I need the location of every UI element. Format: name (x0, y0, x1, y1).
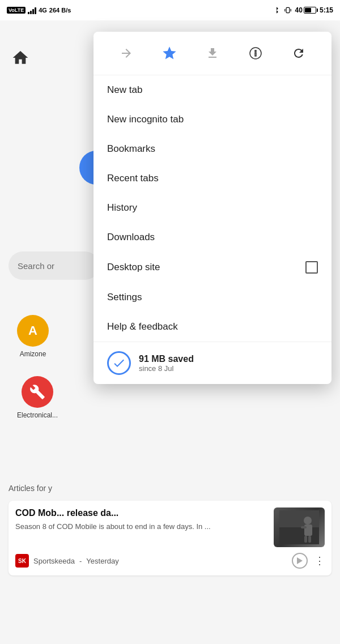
articles-text: Articles for y (8, 484, 52, 493)
download-button[interactable] (200, 41, 225, 66)
home-icon-area (11, 49, 29, 67)
menu-item-checkbox-desktop-site[interactable] (305, 261, 318, 274)
wrench-icon (29, 384, 45, 400)
forward-button[interactable] (114, 41, 139, 66)
electronical-icon (22, 376, 53, 408)
news-text-area: COD Mob... release da... Season 8 of COD… (15, 507, 267, 547)
bookmark-amizone[interactable]: A Amizone (17, 315, 49, 358)
signal-strength: 4G (39, 7, 47, 14)
signal-bar-2 (30, 11, 32, 14)
menu-item-label-downloads: Downloads (107, 232, 318, 243)
news-source: SK Sportskeeda - Yesterday (15, 554, 119, 568)
news-card[interactable]: COD Mob... release da... Season 8 of COD… (8, 501, 332, 575)
articles-label: Articles for y (8, 484, 52, 493)
menu-item-help-feedback[interactable]: Help & feedback (94, 312, 332, 342)
bookmark-electronical[interactable]: Electronical... (17, 376, 58, 419)
status-right: 40 5:15 (273, 6, 333, 14)
download-icon (206, 46, 219, 60)
menu-item-bookmarks[interactable]: Bookmarks (94, 134, 332, 164)
menu-item-new-incognito-tab[interactable]: New incognito tab (94, 105, 332, 134)
news-desc-text: Season 8 of COD Mobile is about to end i… (15, 522, 211, 531)
svg-rect-0 (286, 7, 290, 12)
menu-item-label-recent-tabs: Recent tabs (107, 173, 318, 184)
home-icon (11, 49, 29, 67)
amizone-icon: A (17, 315, 49, 347)
clock: 5:15 (320, 6, 333, 14)
news-title-text: COD Mob... release da... (15, 508, 118, 518)
svg-point-5 (304, 517, 312, 524)
status-bar: VoLTE 4G 264 B/s 40 5:15 (0, 0, 340, 20)
menu-items-list: New tabNew incognito tabBookmarksRecent … (94, 75, 332, 342)
menu-item-recent-tabs[interactable]: Recent tabs (94, 164, 332, 193)
menu-item-settings[interactable]: Settings (94, 283, 332, 312)
signal-bars (28, 6, 36, 14)
search-bar[interactable]: Search or (8, 251, 99, 280)
bookmark-button[interactable] (157, 41, 182, 66)
reload-icon (292, 46, 305, 60)
menu-toolbar (94, 32, 332, 75)
battery-indicator: 40 (295, 6, 316, 14)
reload-button[interactable] (286, 41, 311, 66)
electronical-label: Electronical... (17, 411, 58, 419)
menu-item-label-history: History (107, 202, 318, 214)
data-saved-icon (107, 351, 131, 375)
svg-rect-6 (304, 524, 312, 536)
more-options-button[interactable]: ⋮ (314, 555, 325, 567)
menu-item-label-new-tab: New tab (107, 84, 318, 96)
vibrate-icon (284, 6, 292, 14)
signal-bar-3 (32, 9, 34, 14)
news-description: Season 8 of COD Mobile is about to end i… (15, 522, 267, 532)
data-saved-section: 91 MB saved since 8 Jul (94, 342, 332, 384)
source-separator: - (79, 557, 82, 565)
bluetooth-icon (273, 6, 280, 14)
source-name: Sportskeeda (33, 557, 75, 565)
menu-item-label-bookmarks: Bookmarks (107, 143, 318, 155)
news-thumbnail (274, 507, 325, 547)
data-saved-amount: 91 MB saved (139, 354, 194, 364)
chrome-menu: New tabNew incognito tabBookmarksRecent … (94, 32, 332, 384)
info-icon (249, 46, 262, 60)
amizone-label: Amizone (20, 350, 46, 358)
svg-rect-9 (308, 536, 311, 543)
menu-item-desktop-site[interactable]: Desktop site (94, 252, 332, 283)
signal-bar-4 (35, 7, 36, 14)
play-icon (297, 557, 303, 564)
network-speed: 264 B/s (49, 7, 71, 14)
news-time: Yesterday (86, 557, 118, 565)
volte-badge: VoLTE (7, 7, 26, 14)
search-bar-text: Search or (18, 261, 54, 271)
battery-icon (304, 7, 316, 14)
news-footer: SK Sportskeeda - Yesterday ⋮ (15, 553, 325, 569)
menu-item-label-help-feedback: Help & feedback (107, 321, 318, 332)
signal-bar-1 (28, 12, 29, 14)
news-title: COD Mob... release da... (15, 507, 267, 519)
svg-rect-7 (301, 526, 307, 528)
menu-item-label-new-incognito-tab: New incognito tab (107, 114, 318, 125)
svg-rect-8 (304, 536, 307, 543)
battery-fill (305, 8, 311, 12)
menu-item-downloads[interactable]: Downloads (94, 223, 332, 252)
data-saved-text: 91 MB saved since 8 Jul (139, 354, 194, 373)
menu-item-label-desktop-site: Desktop site (107, 262, 305, 273)
svg-rect-4 (279, 527, 319, 544)
data-saved-checkmark-icon (112, 356, 126, 370)
svg-rect-1 (284, 9, 285, 12)
menu-item-label-settings: Settings (107, 292, 318, 303)
menu-item-history[interactable]: History (94, 193, 332, 223)
bookmark-star-icon (162, 45, 177, 61)
info-button[interactable] (243, 41, 268, 66)
news-image-svg (279, 510, 319, 544)
svg-rect-2 (290, 9, 291, 12)
news-card-content: COD Mob... release da... Season 8 of COD… (15, 507, 325, 547)
status-left: VoLTE 4G 264 B/s (7, 6, 71, 14)
data-saved-since: since 8 Jul (139, 364, 194, 373)
forward-icon (120, 46, 133, 60)
play-button[interactable] (292, 553, 308, 569)
battery-percent: 40 (295, 6, 303, 14)
source-logo: SK (15, 554, 29, 568)
menu-item-new-tab[interactable]: New tab (94, 75, 332, 105)
